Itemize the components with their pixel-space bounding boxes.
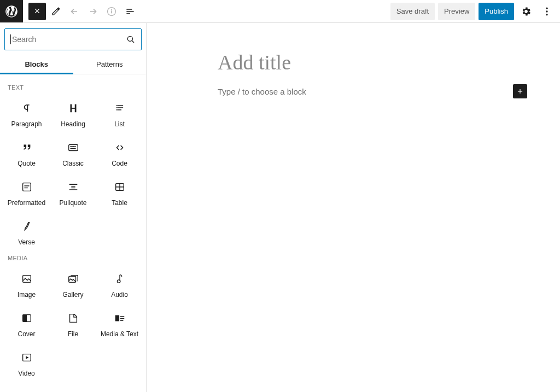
block-item-label: Audio (111, 291, 128, 299)
block-item-label: Verse (18, 238, 35, 246)
inserter-tabs: Blocks Patterns (0, 55, 146, 74)
block-item-image[interactable]: Image (3, 265, 50, 304)
block-item-label: Preformatted (8, 199, 45, 207)
undo-button[interactable] (66, 3, 83, 20)
block-item-list[interactable]: List (96, 94, 143, 133)
gear-icon (521, 5, 532, 17)
blocks-list: TEXTParagraphHeadingListQuoteClassicCode… (0, 74, 146, 392)
block-item-label: Gallery (62, 291, 83, 299)
block-inserter-panel: Blocks Patterns TEXTParagraphHeadingList… (0, 23, 147, 392)
details-button[interactable] (103, 3, 120, 20)
pullquote-icon (67, 180, 80, 194)
block-item-preformatted[interactable]: Preformatted (3, 173, 50, 212)
editor-canvas: Add title Type / to choose a block (147, 23, 560, 392)
svg-rect-11 (72, 146, 74, 147)
block-search[interactable] (4, 28, 142, 50)
more-options-button[interactable] (538, 3, 556, 20)
block-item-label: List (114, 120, 125, 128)
svg-point-6 (546, 14, 547, 15)
svg-rect-21 (115, 315, 119, 321)
block-item-file[interactable]: File (50, 304, 96, 343)
block-item-cover[interactable]: Cover (3, 304, 50, 343)
block-item-label: Table (112, 199, 127, 207)
post-title-input[interactable]: Add title (218, 50, 527, 74)
block-item-label: Pullquote (59, 199, 86, 207)
search-input[interactable] (11, 34, 126, 44)
block-item-table[interactable]: Table (96, 173, 143, 212)
category-label: MEDIA (3, 251, 143, 265)
quote-icon (20, 141, 33, 154)
svg-rect-12 (74, 146, 75, 147)
block-item-label: File (68, 330, 78, 338)
block-item-pullquote[interactable]: Pullquote (50, 173, 96, 212)
block-item-label: Classic (62, 160, 84, 167)
tab-patterns[interactable]: Patterns (73, 55, 147, 74)
list-icon (113, 102, 126, 115)
pencil-icon (50, 6, 61, 17)
wordpress-logo[interactable] (0, 0, 23, 22)
block-item-gallery[interactable]: Gallery (50, 265, 96, 304)
save-draft-button[interactable]: Save draft (390, 3, 435, 20)
redo-icon (88, 6, 98, 17)
block-item-label: Video (18, 370, 34, 377)
publish-button[interactable]: Publish (479, 3, 514, 20)
list-view-icon (125, 6, 136, 17)
block-item-label: Code (112, 160, 127, 167)
block-item-label: Media & Text (101, 330, 138, 338)
tab-blocks[interactable]: Blocks (0, 55, 73, 74)
preformatted-icon (20, 180, 33, 194)
svg-point-4 (546, 7, 547, 9)
file-icon (67, 312, 80, 325)
block-item-label: Quote (18, 160, 36, 167)
info-icon (106, 6, 117, 17)
classic-icon (67, 141, 80, 154)
settings-button[interactable] (517, 3, 535, 20)
svg-point-18 (117, 280, 120, 283)
svg-rect-20 (22, 315, 26, 322)
paragraph-icon (20, 102, 33, 115)
svg-rect-2 (111, 10, 112, 13)
undo-icon (69, 6, 80, 17)
block-item-verse[interactable]: Verse (3, 212, 50, 251)
svg-rect-9 (68, 145, 78, 151)
cover-icon (20, 312, 33, 325)
block-item-audio[interactable]: Audio (96, 265, 143, 304)
add-block-button[interactable] (513, 84, 527, 98)
block-item-media-text[interactable]: Media & Text (96, 304, 143, 343)
image-icon (20, 272, 33, 285)
gallery-icon (67, 272, 80, 285)
svg-point-5 (546, 10, 547, 12)
block-item-label: Cover (18, 330, 35, 338)
block-item-label: Image (18, 291, 36, 299)
tools-button[interactable] (47, 3, 65, 20)
preview-button[interactable]: Preview (438, 3, 475, 20)
outline-button[interactable] (121, 3, 139, 20)
search-icon (126, 34, 136, 44)
block-item-code[interactable]: Code (96, 133, 143, 173)
category-label: TEXT (3, 81, 143, 94)
svg-rect-14 (22, 183, 31, 191)
block-item-paragraph[interactable]: Paragraph (3, 94, 50, 133)
verse-icon (20, 220, 33, 233)
block-item-heading[interactable]: Heading (50, 94, 96, 133)
audio-icon (113, 272, 126, 285)
media-text-icon (113, 312, 126, 325)
topbar: Save draft Preview Publish (0, 0, 560, 23)
svg-rect-10 (70, 146, 72, 147)
block-item-label: Heading (61, 120, 85, 128)
ellipsis-vertical-icon (541, 6, 552, 17)
block-item-quote[interactable]: Quote (3, 133, 50, 173)
redo-button[interactable] (84, 3, 102, 20)
default-block-appender[interactable]: Type / to choose a block (218, 87, 506, 96)
block-item-classic[interactable]: Classic (50, 133, 96, 173)
svg-point-7 (127, 36, 132, 41)
video-icon (20, 351, 33, 364)
plus-icon (516, 86, 524, 96)
code-icon (113, 141, 126, 154)
block-item-label: Paragraph (11, 120, 42, 128)
table-icon (113, 180, 126, 194)
close-inserter-button[interactable] (28, 3, 46, 20)
svg-rect-13 (70, 148, 75, 149)
svg-rect-16 (22, 276, 31, 283)
block-item-video[interactable]: Video (3, 343, 50, 383)
